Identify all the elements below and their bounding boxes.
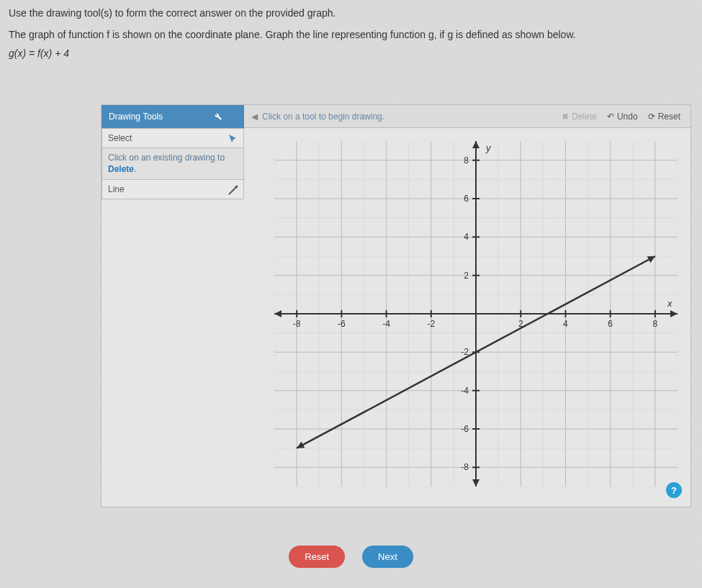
wrench-icon (212, 111, 222, 123)
svg-marker-58 (670, 310, 678, 317)
svg-text:4: 4 (563, 319, 568, 329)
select-tool[interactable]: Select (102, 128, 244, 148)
svg-text:-2: -2 (427, 319, 435, 329)
svg-text:-4: -4 (382, 319, 390, 329)
delete-button[interactable]: ✖ Delete (562, 112, 597, 122)
next-button[interactable]: Next (362, 546, 413, 568)
svg-text:-6: -6 (461, 424, 469, 434)
toolbar-hint: ◀ Click on a tool to begin drawing. (244, 105, 552, 127)
help-button[interactable]: ? (666, 482, 682, 498)
svg-text:-4: -4 (461, 386, 469, 396)
svg-text:2: 2 (464, 271, 469, 281)
undo-icon: ↶ (607, 112, 614, 122)
instruction-line-2: The graph of function f is shown on the … (9, 29, 693, 40)
coordinate-graph[interactable]: -8-6-4-22468-8-6-4-22468yx (274, 141, 678, 487)
delete-note: Click on an existing drawing to Delete. (102, 148, 244, 180)
svg-text:x: x (667, 298, 672, 309)
line-tool[interactable]: Line (102, 180, 244, 199)
cursor-icon (228, 133, 239, 145)
svg-marker-59 (274, 310, 282, 317)
undo-button[interactable]: ↶ Undo (607, 112, 638, 122)
svg-text:-8: -8 (461, 462, 469, 472)
sidebar: Select Click on an existing drawing to D… (102, 128, 244, 199)
reset-button[interactable]: Reset (289, 546, 345, 568)
svg-text:6: 6 (608, 319, 613, 329)
svg-text:8: 8 (653, 319, 658, 329)
footer: Reset Next (0, 546, 702, 568)
drawing-panel: Drawing Tools ◀ Click on a tool to begin… (101, 104, 691, 507)
svg-text:6: 6 (464, 194, 469, 204)
equation: g(x) = f(x) + 4 (9, 48, 693, 59)
reset-tool-button[interactable]: ⟳ Reset (648, 112, 680, 122)
drawing-tools-header: Drawing Tools (102, 105, 244, 128)
svg-text:4: 4 (464, 232, 469, 242)
line-icon (228, 184, 239, 196)
instruction-line-1: Use the drawing tool(s) to form the corr… (9, 7, 693, 19)
svg-text:-6: -6 (338, 319, 346, 329)
triangle-left-icon: ◀ (251, 112, 258, 122)
svg-marker-60 (472, 141, 480, 148)
svg-text:-8: -8 (293, 319, 301, 329)
svg-text:y: y (485, 143, 492, 153)
refresh-icon: ⟳ (648, 112, 655, 122)
toolbar: Drawing Tools ◀ Click on a tool to begin… (102, 105, 690, 128)
svg-marker-61 (472, 479, 480, 487)
toolbar-actions: ✖ Delete ↶ Undo ⟳ Reset (552, 105, 690, 127)
svg-text:8: 8 (464, 155, 469, 166)
x-icon: ✖ (562, 112, 569, 122)
